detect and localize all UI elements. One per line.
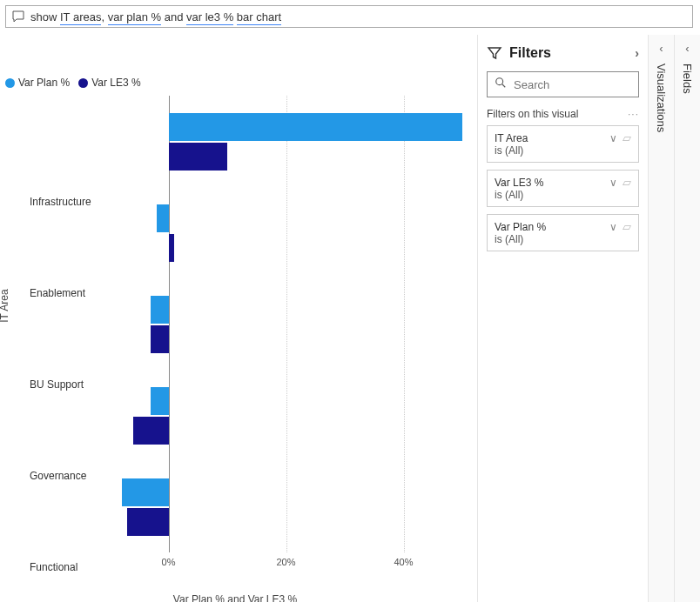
legend-swatch-2 (78, 78, 88, 88)
filter-card[interactable]: IT Area∨▱is (All) (487, 125, 639, 163)
chevron-left-icon[interactable]: ‹ (685, 42, 689, 55)
filter-field-name: Var Plan % (495, 221, 609, 233)
chart-legend: Var Plan % Var LE3 % (5, 77, 141, 89)
right-rails: ‹ Visualizations ‹ Fields (648, 35, 700, 602)
visualizations-pane-collapsed[interactable]: ‹ Visualizations (648, 35, 674, 602)
filter-field-value: is (All) (495, 144, 631, 157)
filters-section-label: Filters on this visual ··· (487, 108, 639, 120)
bar[interactable] (169, 234, 175, 262)
x-tick-label: 40% (394, 557, 413, 567)
svg-point-0 (496, 78, 503, 85)
chevron-left-icon[interactable]: ‹ (659, 42, 663, 55)
chevron-down-icon[interactable]: ∨ (609, 132, 617, 144)
bar[interactable] (127, 508, 168, 536)
fields-label: Fields (681, 64, 694, 94)
filters-search[interactable] (487, 71, 639, 97)
y-tick-label: Infrastructure (30, 196, 125, 208)
filter-field-name: Var LE3 % (495, 177, 609, 189)
filter-icon (487, 45, 502, 61)
chat-icon (11, 10, 25, 23)
chart-visual[interactable]: Var Plan % Var LE3 % IT Area Infrastruct… (5, 35, 465, 600)
query-text: show IT areas, var plan % and var le3 % … (30, 10, 281, 23)
filters-pane: Filters › Filters on this visual ··· IT … (477, 35, 648, 602)
filters-expand-icon[interactable]: › (635, 46, 639, 60)
x-axis-title: Var Plan % and Var LE3 % (5, 593, 465, 602)
x-tick-label: 0% (162, 557, 176, 567)
legend-swatch-1 (5, 78, 15, 88)
filter-field-value: is (All) (495, 189, 631, 201)
svg-line-1 (502, 84, 506, 88)
eraser-icon[interactable]: ▱ (623, 131, 631, 144)
filters-search-input[interactable] (514, 78, 660, 91)
filter-field-name: IT Area (495, 132, 609, 144)
chevron-down-icon[interactable]: ∨ (609, 221, 617, 233)
y-tick-label: BU Support (30, 378, 125, 391)
filters-title: Filters (509, 45, 551, 61)
visualizations-label: Visualizations (655, 64, 668, 132)
nl-query-bar[interactable]: show IT areas, var plan % and var le3 % … (5, 5, 693, 28)
y-tick-label: Governance (30, 470, 125, 482)
bar[interactable] (151, 325, 168, 353)
bar[interactable] (133, 417, 169, 445)
filter-card[interactable]: Var Plan %∨▱is (All) (487, 214, 639, 251)
y-axis-title: IT Area (0, 289, 10, 322)
bar[interactable] (169, 143, 228, 171)
bar[interactable] (157, 204, 169, 232)
legend-item-1[interactable]: Var Plan % (5, 77, 70, 89)
eraser-icon[interactable]: ▱ (623, 176, 631, 189)
y-tick-label: Enablement (30, 287, 125, 299)
chart-plot: IT Area InfrastructureEnablementBU Suppo… (5, 96, 465, 583)
plot-area (110, 96, 462, 552)
bar[interactable] (169, 113, 463, 141)
bar[interactable] (151, 387, 168, 415)
bar[interactable] (151, 296, 168, 324)
chevron-down-icon[interactable]: ∨ (609, 177, 617, 189)
fields-pane-collapsed[interactable]: ‹ Fields (674, 35, 700, 602)
filter-field-value: is (All) (495, 233, 631, 245)
filter-card[interactable]: Var LE3 %∨▱is (All) (487, 170, 639, 207)
filters-header: Filters › (487, 45, 639, 61)
bar[interactable] (122, 478, 169, 506)
eraser-icon[interactable]: ▱ (623, 220, 631, 233)
legend-item-2[interactable]: Var LE3 % (78, 77, 140, 89)
y-tick-label: Functional (30, 561, 125, 573)
filters-section-more-icon[interactable]: ··· (628, 108, 639, 120)
search-icon (495, 77, 507, 92)
x-tick-label: 20% (276, 557, 295, 567)
